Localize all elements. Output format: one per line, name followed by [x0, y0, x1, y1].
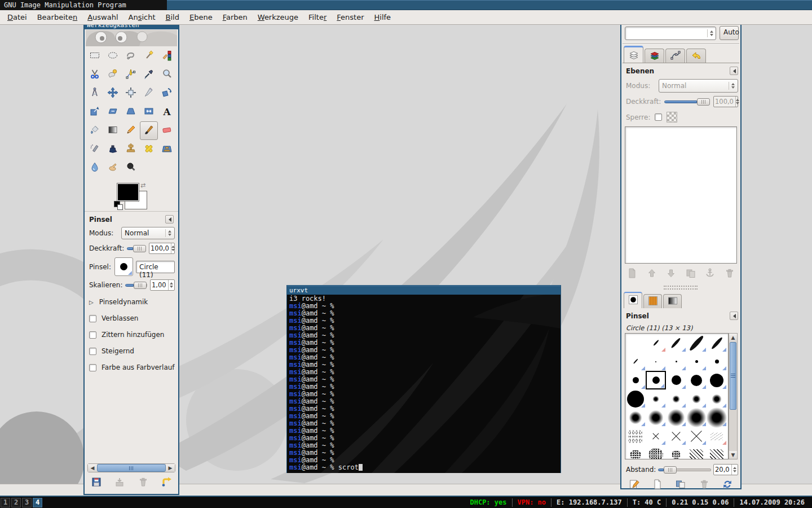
- brush-cell-5-1[interactable]: [646, 427, 666, 445]
- tool-free-select[interactable]: [122, 47, 140, 65]
- tool-foreground-select[interactable]: [104, 65, 122, 84]
- tool-rotate[interactable]: [158, 84, 176, 103]
- brush-cell-3-2[interactable]: [666, 389, 686, 408]
- brush-cell-3-4[interactable]: [707, 389, 727, 408]
- tool-align[interactable]: [122, 84, 140, 103]
- brush-cell-6-3[interactable]: [686, 445, 707, 459]
- mode-combo[interactable]: Normal: [121, 227, 175, 239]
- brush-cell-6-1[interactable]: [646, 445, 666, 459]
- brush-cell-2-2[interactable]: [666, 371, 686, 389]
- button-new-brush[interactable]: [652, 479, 663, 492]
- brush-cell-3-0[interactable]: [625, 389, 646, 408]
- tool-ink[interactable]: [104, 140, 122, 159]
- scale-spinbox[interactable]: 1,00: [150, 279, 175, 291]
- brush-cell-5-3[interactable]: [686, 427, 707, 445]
- menu-farben[interactable]: Farben: [218, 11, 253, 23]
- brush-cell-6-4[interactable]: [707, 445, 727, 459]
- brush-cell-4-3[interactable]: [686, 408, 707, 427]
- tab-gradients[interactable]: [663, 294, 682, 308]
- brush-cell-3-3[interactable]: [686, 389, 707, 408]
- button-edit-brush[interactable]: [629, 479, 640, 492]
- tool-text[interactable]: A: [158, 103, 176, 121]
- terminal-titlebar[interactable]: urxvt: [287, 286, 561, 295]
- brush-cell-2-0[interactable]: [625, 371, 646, 389]
- brush-cell-4-1[interactable]: [646, 408, 666, 427]
- brush-cell-4-2[interactable]: [666, 408, 686, 427]
- button-delete-options[interactable]: [138, 476, 149, 489]
- tool-airbrush[interactable]: [86, 140, 104, 159]
- brush-cell-0-4[interactable]: [707, 334, 727, 352]
- scrollbar-thumb[interactable]: [730, 342, 736, 410]
- brush-grid-vscrollbar[interactable]: ▲ ▼: [729, 333, 738, 459]
- brush-cell-1-4[interactable]: [707, 352, 727, 371]
- terminal-content[interactable]: i3 rocks!msi@amd ~ %msi@amd ~ %msi@amd ~…: [287, 295, 561, 473]
- opacity-spinbox[interactable]: 100,0: [149, 243, 175, 254]
- spacing-slider[interactable]: [658, 466, 711, 474]
- brush-cell-1-2[interactable]: [666, 352, 686, 371]
- scroll-down-icon[interactable]: ▼: [729, 451, 737, 459]
- menu-ansicht[interactable]: Ansicht: [123, 11, 161, 23]
- brush-cell-1-3[interactable]: [686, 352, 707, 371]
- brush-cell-0-1[interactable]: [646, 334, 666, 352]
- button-reset-options[interactable]: [161, 476, 172, 489]
- tool-flip[interactable]: [140, 103, 158, 121]
- tool-pencil[interactable]: [122, 121, 140, 140]
- layers-list[interactable]: [625, 126, 737, 264]
- panel-collapse-button[interactable]: [730, 312, 738, 320]
- brush-cell-1-0[interactable]: [625, 352, 646, 371]
- tool-shear[interactable]: [104, 103, 122, 121]
- tool-perspective-clone[interactable]: [158, 140, 176, 159]
- tab-patterns[interactable]: [643, 294, 662, 308]
- button-raise-layer[interactable]: [646, 268, 657, 281]
- brush-cell-5-2[interactable]: [666, 427, 686, 445]
- button-save-options[interactable]: [91, 476, 102, 489]
- tab-undo-history[interactable]: [686, 49, 706, 63]
- tool-crop[interactable]: [140, 84, 158, 103]
- brush-cell-4-4[interactable]: [707, 408, 727, 427]
- button-delete-layer[interactable]: [724, 268, 735, 281]
- tab-channels[interactable]: [645, 49, 664, 63]
- foreground-color-swatch[interactable]: [117, 183, 139, 202]
- tool-scale[interactable]: [86, 103, 104, 121]
- spacing-spinbox[interactable]: 20,0: [713, 464, 738, 475]
- swap-colors-icon[interactable]: ⇄: [140, 182, 145, 189]
- scroll-up-icon[interactable]: ▲: [729, 334, 737, 341]
- scroll-left-icon[interactable]: ◀: [88, 464, 97, 472]
- brush-cell-6-0[interactable]: [625, 445, 646, 459]
- tab-layers[interactable]: [624, 46, 643, 63]
- checkbox-zittern-hinzuf-gen[interactable]: [89, 331, 96, 339]
- workspace-button-1[interactable]: 1: [1, 498, 10, 507]
- brush-cell-5-4[interactable]: [707, 427, 727, 445]
- tool-select-by-color[interactable]: [158, 47, 176, 65]
- brush-cell-4-0[interactable]: [625, 408, 646, 427]
- brush-cell-1-1[interactable]: [646, 352, 666, 371]
- menu-filter[interactable]: Filter: [303, 11, 332, 23]
- button-lower-layer[interactable]: [665, 268, 677, 281]
- dock-resize-grip[interactable]: [664, 286, 698, 290]
- button-refresh-brushes[interactable]: [722, 479, 733, 492]
- brush-preview-button[interactable]: [114, 257, 133, 276]
- brush-cell-6-2[interactable]: [666, 445, 686, 459]
- panel-collapse-button[interactable]: [730, 67, 738, 75]
- menu-bearbeiten[interactable]: Bearbeiten: [32, 11, 82, 23]
- workspace-button-2[interactable]: 2: [11, 498, 21, 507]
- tool-perspective[interactable]: [122, 103, 140, 121]
- tool-dodge-burn[interactable]: [122, 159, 140, 177]
- brush-cell-5-0[interactable]: [625, 427, 646, 445]
- brush-dynamics-expander[interactable]: ▷ Pinseldynamik: [89, 298, 175, 306]
- brush-cell-3-1[interactable]: [646, 389, 666, 408]
- tool-measure[interactable]: [86, 84, 104, 103]
- lock-alpha-checkbox[interactable]: [655, 113, 662, 121]
- tool-ellipse-select[interactable]: [104, 47, 122, 65]
- layer-mode-combo[interactable]: Normal: [659, 79, 738, 93]
- brush-cell-2-4[interactable]: [707, 371, 727, 389]
- tool-bucket-fill[interactable]: [86, 121, 104, 140]
- checkbox-steigernd[interactable]: [89, 348, 96, 355]
- brush-name-entry[interactable]: Circle (11): [136, 261, 175, 273]
- menu-bild[interactable]: Bild: [161, 11, 184, 23]
- menu-ebene[interactable]: Ebene: [184, 11, 218, 23]
- tool-move[interactable]: [104, 84, 122, 103]
- tool-rect-select[interactable]: [86, 47, 104, 65]
- menu-datei[interactable]: Datei: [2, 11, 32, 23]
- tool-fuzzy-select[interactable]: [140, 47, 158, 65]
